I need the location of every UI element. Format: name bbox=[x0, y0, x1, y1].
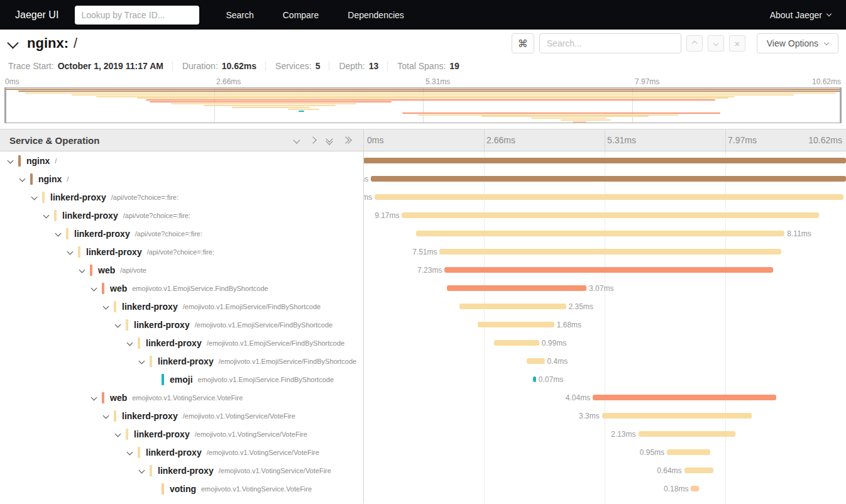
span-collapse-chevron-icon[interactable] bbox=[41, 213, 52, 217]
span-bar-cell[interactable]: 10.31ms bbox=[363, 188, 846, 206]
span-collapse-chevron-icon[interactable] bbox=[89, 286, 99, 290]
span-duration-bar[interactable] bbox=[444, 267, 773, 273]
expand-all-button[interactable] bbox=[343, 138, 351, 143]
span-bar-cell[interactable]: 0.99ms bbox=[363, 334, 846, 352]
span-name-cell[interactable]: linkerd-proxy /emojivoto.v1.VotingServic… bbox=[0, 425, 363, 443]
span-row[interactable]: web emojivoto.v1.VotingService.VoteFire … bbox=[0, 388, 846, 407]
span-name-cell[interactable]: emoji emojivoto.v1.EmojiService.FindBySh… bbox=[0, 370, 363, 388]
span-search-input[interactable] bbox=[539, 33, 681, 53]
span-name-cell[interactable]: linkerd-proxy /emojivoto.v1.VotingServic… bbox=[0, 443, 363, 461]
span-duration-bar[interactable] bbox=[593, 395, 776, 400]
span-bar-cell[interactable]: 0.07ms bbox=[363, 370, 846, 388]
next-result-button[interactable] bbox=[708, 35, 724, 52]
span-row[interactable]: linkerd-proxy /emojivoto.v1.EmojiService… bbox=[0, 334, 846, 352]
span-bar-cell[interactable]: 2.35ms bbox=[363, 297, 846, 315]
prev-result-button[interactable] bbox=[686, 35, 703, 52]
span-row[interactable]: linkerd-proxy /emojivoto.v1.EmojiService… bbox=[0, 297, 846, 315]
span-bar-cell[interactable]: 1.68ms bbox=[363, 315, 846, 334]
minimap-right-scrub-handle[interactable] bbox=[840, 88, 841, 123]
span-name-cell[interactable]: linkerd-proxy /api/vote?choice=:fire: bbox=[0, 224, 363, 243]
span-name-cell[interactable]: web emojivoto.v1.VotingService.VoteFire bbox=[0, 388, 363, 407]
span-row[interactable]: linkerd-proxy /api/vote?choice=:fire: 10… bbox=[0, 188, 846, 206]
span-row[interactable]: emoji emojivoto.v1.EmojiService.FindBySh… bbox=[0, 370, 846, 388]
span-duration-bar[interactable] bbox=[459, 304, 566, 309]
span-name-cell[interactable]: linkerd-proxy /emojivoto.v1.VotingServic… bbox=[0, 407, 363, 425]
span-name-cell[interactable]: linkerd-proxy /emojivoto.v1.EmojiService… bbox=[0, 352, 363, 370]
clear-search-button[interactable]: × bbox=[729, 35, 745, 52]
span-collapse-chevron-icon[interactable] bbox=[53, 231, 63, 236]
span-collapse-chevron-icon[interactable] bbox=[89, 395, 99, 400]
nav-item-search[interactable]: Search bbox=[226, 10, 253, 20]
span-row[interactable]: linkerd-proxy /api/vote?choice=:fire: 9.… bbox=[0, 206, 846, 224]
span-name-cell[interactable]: web emojivoto.v1.EmojiService.FindByShor… bbox=[0, 279, 363, 297]
span-row[interactable]: linkerd-proxy /emojivoto.v1.EmojiService… bbox=[0, 352, 846, 370]
span-row[interactable]: voting emojivoto.v1.VotingService.VoteFi… bbox=[0, 479, 846, 498]
span-name-cell[interactable]: linkerd-proxy /emojivoto.v1.EmojiService… bbox=[0, 334, 363, 352]
span-bar-cell[interactable]: 9.17ms bbox=[363, 206, 846, 224]
span-name-cell[interactable]: web /api/vote bbox=[0, 261, 363, 279]
span-duration-bar[interactable] bbox=[684, 468, 713, 473]
expand-one-button[interactable] bbox=[310, 138, 316, 143]
span-bar-cell[interactable]: 7.23ms bbox=[363, 261, 846, 279]
span-collapse-chevron-icon[interactable] bbox=[101, 304, 111, 309]
span-collapse-chevron-icon[interactable] bbox=[113, 322, 123, 327]
nav-item-dependencies[interactable]: Dependencies bbox=[348, 10, 404, 20]
span-collapse-chevron-icon[interactable] bbox=[101, 414, 111, 418]
span-collapse-chevron-icon[interactable] bbox=[29, 195, 40, 199]
span-collapse-chevron-icon[interactable] bbox=[113, 432, 123, 436]
about-jaeger-menu[interactable]: About Jaeger bbox=[770, 10, 831, 20]
span-duration-bar[interactable] bbox=[494, 340, 539, 346]
span-row[interactable]: linkerd-proxy /api/vote?choice=:fire: 8.… bbox=[0, 224, 846, 243]
span-bar-cell[interactable]: 8.11ms bbox=[363, 224, 846, 243]
trace-collapse-toggle[interactable] bbox=[9, 43, 17, 47]
span-duration-bar[interactable] bbox=[478, 322, 554, 327]
span-bar-cell[interactable]: 10.45ms bbox=[363, 170, 846, 188]
span-collapse-chevron-icon[interactable] bbox=[77, 268, 87, 272]
span-duration-bar[interactable] bbox=[447, 285, 586, 291]
span-collapse-chevron-icon[interactable] bbox=[136, 359, 147, 363]
span-bar-cell[interactable]: 0.95ms bbox=[363, 443, 846, 461]
keyboard-shortcuts-button[interactable]: ⌘ bbox=[512, 33, 534, 53]
span-collapse-chevron-icon[interactable] bbox=[65, 249, 75, 254]
span-duration-bar[interactable] bbox=[363, 158, 846, 163]
minimap-left-scrub-handle[interactable] bbox=[5, 88, 6, 123]
view-options-button[interactable]: View Options bbox=[757, 33, 838, 53]
span-bar-cell[interactable]: 0.4ms bbox=[363, 352, 846, 370]
span-collapse-chevron-icon[interactable] bbox=[124, 341, 135, 345]
span-row[interactable]: linkerd-proxy /api/vote?choice=:fire: 7.… bbox=[0, 243, 846, 261]
span-collapse-chevron-icon[interactable] bbox=[17, 177, 28, 181]
collapse-one-button[interactable] bbox=[294, 138, 299, 143]
span-name-cell[interactable]: voting emojivoto.v1.VotingService.VoteFi… bbox=[0, 479, 363, 498]
timeline-minimap[interactable] bbox=[4, 87, 842, 123]
span-duration-bar[interactable] bbox=[527, 358, 545, 364]
span-duration-bar[interactable] bbox=[375, 194, 843, 200]
span-duration-bar[interactable] bbox=[402, 212, 818, 218]
span-name-cell[interactable]: linkerd-proxy /emojivoto.v1.EmojiService… bbox=[0, 315, 363, 334]
span-bar-cell[interactable]: 0.18ms bbox=[363, 479, 846, 498]
span-row[interactable]: linkerd-proxy /emojivoto.v1.VotingServic… bbox=[0, 443, 846, 461]
span-row[interactable]: linkerd-proxy /emojivoto.v1.EmojiService… bbox=[0, 315, 846, 334]
span-collapse-chevron-icon[interactable] bbox=[136, 468, 147, 473]
app-logo[interactable]: Jaeger UI bbox=[15, 9, 58, 21]
nav-item-compare[interactable]: Compare bbox=[283, 10, 319, 20]
collapse-all-button[interactable] bbox=[327, 136, 332, 144]
span-row[interactable]: linkerd-proxy /emojivoto.v1.VotingServic… bbox=[0, 407, 846, 425]
span-duration-bar[interactable] bbox=[639, 431, 735, 437]
span-bar-cell[interactable]: 0.64ms bbox=[363, 461, 846, 479]
span-duration-bar[interactable] bbox=[439, 249, 781, 255]
span-row[interactable]: nginx / 10.62ms bbox=[0, 151, 846, 170]
span-bar-cell[interactable]: 4.04ms bbox=[363, 388, 846, 407]
span-name-cell[interactable]: linkerd-proxy /emojivoto.v1.EmojiService… bbox=[0, 297, 363, 315]
span-name-cell[interactable]: linkerd-proxy /emojivoto.v1.VotingServic… bbox=[0, 461, 363, 479]
span-duration-bar[interactable] bbox=[416, 231, 784, 236]
span-duration-bar[interactable] bbox=[667, 449, 710, 455]
span-row[interactable]: web emojivoto.v1.EmojiService.FindByShor… bbox=[0, 279, 846, 297]
span-name-cell[interactable]: nginx / bbox=[0, 151, 363, 170]
span-duration-bar[interactable] bbox=[371, 176, 846, 182]
span-bar-cell[interactable]: 2.13ms bbox=[363, 425, 846, 443]
span-row[interactable]: web /api/vote 7.23ms bbox=[0, 261, 846, 279]
span-row[interactable]: linkerd-proxy /emojivoto.v1.VotingServic… bbox=[0, 425, 846, 443]
span-bar-cell[interactable]: 7.51ms bbox=[363, 243, 846, 261]
span-bar-cell[interactable]: 10.62ms bbox=[363, 151, 846, 170]
trace-id-input[interactable] bbox=[75, 6, 199, 25]
